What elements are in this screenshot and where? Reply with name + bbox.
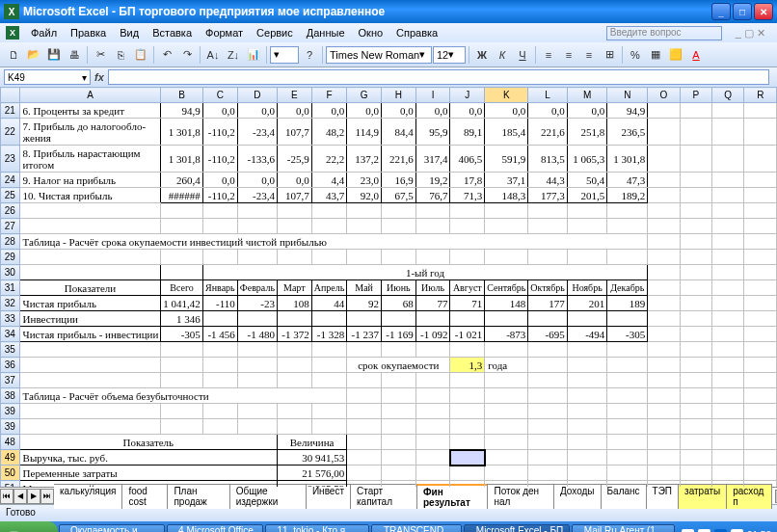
cell[interactable] (680, 450, 711, 466)
tab-prev-icon[interactable]: ◀ (13, 489, 27, 504)
cell[interactable]: Август (450, 280, 485, 296)
cell[interactable]: 236,5 (607, 119, 648, 146)
cell[interactable] (202, 342, 237, 358)
cell[interactable]: 47,3 (607, 173, 648, 188)
cell[interactable] (485, 404, 528, 419)
cell[interactable] (712, 203, 744, 219)
cell[interactable] (712, 119, 744, 146)
cell[interactable]: Январь (202, 280, 237, 296)
col-header[interactable]: R (744, 88, 777, 103)
cell[interactable] (680, 435, 711, 450)
cell[interactable] (485, 466, 528, 481)
cell[interactable]: 0,0 (202, 103, 237, 119)
cell[interactable]: 0,0 (450, 103, 485, 119)
cell[interactable] (347, 203, 382, 219)
cell[interactable] (680, 280, 711, 296)
cell[interactable] (381, 404, 415, 419)
row-header[interactable]: 37 (1, 373, 20, 388)
cell[interactable] (485, 203, 528, 219)
cell[interactable]: 107,7 (277, 188, 311, 203)
cell[interactable] (161, 419, 203, 435)
ask-input[interactable]: Введите вопрос (606, 26, 722, 40)
cell[interactable]: -873 (485, 327, 528, 342)
cell[interactable]: -1 092 (415, 327, 450, 342)
cell[interactable] (161, 265, 203, 280)
menu-data[interactable]: Данные (301, 25, 351, 40)
cell[interactable] (381, 419, 415, 435)
row-header[interactable]: 48 (1, 435, 20, 450)
cell[interactable] (567, 358, 607, 373)
cell[interactable] (311, 250, 347, 265)
cell[interactable] (528, 481, 567, 488)
cell[interactable]: 177 (528, 296, 567, 311)
align-center-icon[interactable]: ≡ (559, 45, 578, 65)
cell[interactable] (450, 419, 485, 435)
cell[interactable]: Чистая прибыль - инвестиции (19, 327, 161, 342)
cell[interactable] (712, 280, 744, 296)
cell[interactable] (161, 342, 203, 358)
cell[interactable]: -1 328 (311, 327, 347, 342)
cell[interactable] (237, 342, 277, 358)
cell[interactable]: 1-ый год (202, 265, 647, 280)
col-header[interactable]: P (680, 88, 711, 103)
col-header[interactable]: A (19, 88, 161, 103)
cell[interactable] (744, 342, 777, 358)
cell[interactable] (528, 203, 567, 219)
cell[interactable]: 94,9 (607, 103, 648, 119)
cell[interactable] (415, 388, 450, 404)
new-icon[interactable]: 🗋 (4, 45, 23, 65)
cell[interactable] (712, 358, 744, 373)
cell[interactable]: 251,8 (567, 119, 607, 146)
copy-icon[interactable]: ⎘ (111, 45, 130, 65)
cell[interactable] (202, 219, 237, 234)
cell[interactable]: Величина (277, 435, 346, 450)
borders-icon[interactable]: ▦ (646, 45, 665, 65)
cell[interactable] (680, 296, 711, 311)
cell[interactable]: 50,4 (567, 173, 607, 188)
bold-icon[interactable]: Ж (472, 45, 492, 65)
cell[interactable] (415, 203, 450, 219)
cell[interactable] (744, 103, 777, 119)
cell[interactable]: 48,2 (311, 119, 347, 146)
align-right-icon[interactable]: ≡ (579, 45, 599, 65)
row-header[interactable]: 26 (1, 203, 20, 219)
cell[interactable] (744, 265, 777, 280)
cell[interactable] (415, 219, 450, 234)
cell[interactable] (347, 466, 382, 481)
cell[interactable] (567, 219, 607, 234)
help-icon[interactable]: ? (300, 45, 319, 65)
sheet-tab[interactable]: расход п (726, 484, 772, 509)
cell[interactable] (680, 173, 711, 188)
cell[interactable] (161, 404, 203, 419)
cell[interactable] (347, 450, 382, 466)
cell[interactable]: 0,0 (347, 103, 382, 119)
cell[interactable] (567, 419, 607, 435)
cell[interactable] (567, 203, 607, 219)
cell[interactable]: 1 041,42 (161, 296, 203, 311)
cell[interactable] (712, 342, 744, 358)
cell[interactable]: -110,2 (202, 119, 237, 146)
cell[interactable] (450, 404, 485, 419)
col-header[interactable]: N (607, 88, 648, 103)
cell[interactable] (567, 342, 607, 358)
cell[interactable]: 21 576,00 (277, 466, 346, 481)
menu-file[interactable]: Файл (25, 25, 63, 40)
cell[interactable] (311, 419, 347, 435)
start-button[interactable]: ⊞пуск (0, 521, 58, 532)
cell[interactable] (277, 311, 311, 327)
cell[interactable] (567, 311, 607, 327)
cell[interactable]: 406,5 (450, 146, 485, 173)
cell[interactable] (202, 250, 237, 265)
cell[interactable]: 0,0 (381, 103, 415, 119)
cell[interactable] (567, 404, 607, 419)
cell[interactable] (528, 219, 567, 234)
cell[interactable] (347, 388, 382, 404)
cell[interactable] (680, 265, 711, 280)
col-header[interactable]: H (381, 88, 415, 103)
cell[interactable]: 177,3 (528, 188, 567, 203)
cell[interactable] (485, 450, 528, 466)
cell[interactable] (567, 373, 607, 388)
row-header[interactable]: 36 (1, 358, 20, 373)
cell[interactable]: 201,5 (567, 188, 607, 203)
cell[interactable] (381, 203, 415, 219)
